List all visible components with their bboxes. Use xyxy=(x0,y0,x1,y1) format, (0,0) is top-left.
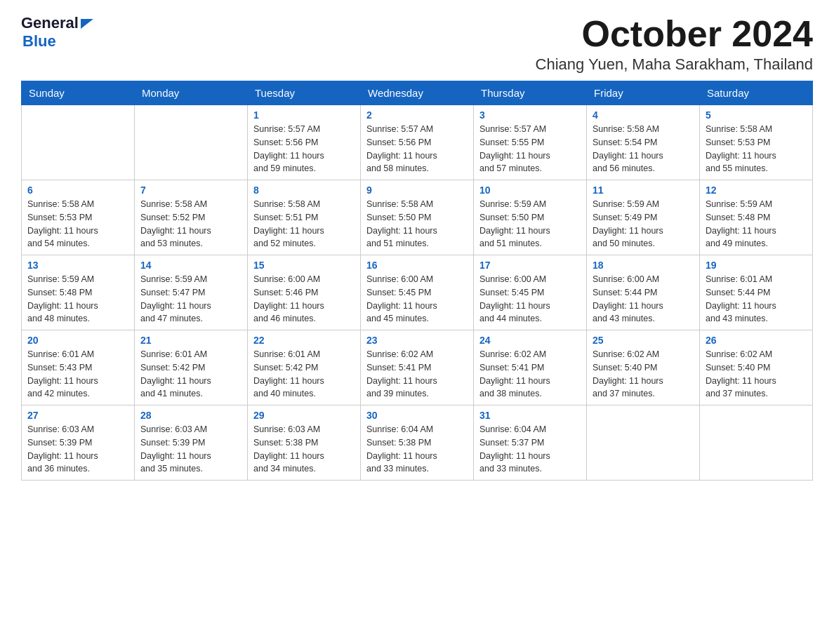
calendar-cell: 25Sunrise: 6:02 AM Sunset: 5:40 PM Dayli… xyxy=(587,330,700,405)
day-info: Sunrise: 5:58 AM Sunset: 5:53 PM Dayligh… xyxy=(706,123,807,175)
day-info: Sunrise: 6:01 AM Sunset: 5:44 PM Dayligh… xyxy=(706,273,807,326)
day-info: Sunrise: 5:57 AM Sunset: 5:56 PM Dayligh… xyxy=(253,123,355,175)
day-number: 20 xyxy=(27,335,128,346)
day-number: 17 xyxy=(479,260,581,271)
day-number: 6 xyxy=(27,185,128,196)
day-number: 9 xyxy=(366,185,468,196)
day-number: 14 xyxy=(140,260,241,271)
day-number: 4 xyxy=(593,109,694,121)
day-number: 10 xyxy=(479,185,581,196)
day-info: Sunrise: 6:00 AM Sunset: 5:44 PM Dayligh… xyxy=(593,273,694,326)
calendar-cell: 31Sunrise: 6:04 AM Sunset: 5:37 PM Dayli… xyxy=(474,405,587,481)
logo-blue-text: Blue xyxy=(22,32,56,51)
weekday-header-tuesday: Tuesday xyxy=(248,81,361,105)
weekday-header-friday: Friday xyxy=(587,81,700,105)
weekday-header-saturday: Saturday xyxy=(700,81,813,105)
day-number: 25 xyxy=(593,335,694,346)
day-number: 19 xyxy=(706,260,807,271)
calendar-cell: 11Sunrise: 5:59 AM Sunset: 5:49 PM Dayli… xyxy=(587,180,700,255)
day-number: 24 xyxy=(479,335,581,346)
weekday-header-thursday: Thursday xyxy=(474,81,587,105)
calendar-cell: 26Sunrise: 6:02 AM Sunset: 5:40 PM Dayli… xyxy=(700,330,813,405)
calendar-cell: 6Sunrise: 5:58 AM Sunset: 5:53 PM Daylig… xyxy=(22,180,135,255)
day-number: 31 xyxy=(479,410,581,421)
day-number: 7 xyxy=(140,185,241,196)
day-number: 18 xyxy=(593,260,694,271)
calendar-cell: 20Sunrise: 6:01 AM Sunset: 5:43 PM Dayli… xyxy=(22,330,135,405)
day-info: Sunrise: 5:59 AM Sunset: 5:49 PM Dayligh… xyxy=(593,198,694,250)
day-number: 15 xyxy=(253,260,355,271)
day-info: Sunrise: 6:02 AM Sunset: 5:41 PM Dayligh… xyxy=(366,348,468,401)
calendar-cell: 10Sunrise: 5:59 AM Sunset: 5:50 PM Dayli… xyxy=(474,180,587,255)
day-info: Sunrise: 5:58 AM Sunset: 5:54 PM Dayligh… xyxy=(593,123,694,175)
day-number: 5 xyxy=(706,109,807,121)
day-info: Sunrise: 5:58 AM Sunset: 5:52 PM Dayligh… xyxy=(140,198,241,250)
calendar-cell: 7Sunrise: 5:58 AM Sunset: 5:52 PM Daylig… xyxy=(135,180,248,255)
calendar-cell: 23Sunrise: 6:02 AM Sunset: 5:41 PM Dayli… xyxy=(361,330,474,405)
day-info: Sunrise: 5:58 AM Sunset: 5:53 PM Dayligh… xyxy=(27,198,128,250)
day-info: Sunrise: 6:01 AM Sunset: 5:42 PM Dayligh… xyxy=(140,348,241,401)
day-info: Sunrise: 5:57 AM Sunset: 5:56 PM Dayligh… xyxy=(366,123,468,175)
day-info: Sunrise: 5:59 AM Sunset: 5:48 PM Dayligh… xyxy=(706,198,807,250)
day-info: Sunrise: 6:00 AM Sunset: 5:46 PM Dayligh… xyxy=(253,273,355,326)
day-info: Sunrise: 6:01 AM Sunset: 5:42 PM Dayligh… xyxy=(253,348,355,401)
calendar-cell: 14Sunrise: 5:59 AM Sunset: 5:47 PM Dayli… xyxy=(135,255,248,330)
calendar-week-row: 27Sunrise: 6:03 AM Sunset: 5:39 PM Dayli… xyxy=(22,405,813,481)
calendar-cell: 4Sunrise: 5:58 AM Sunset: 5:54 PM Daylig… xyxy=(587,105,700,180)
day-info: Sunrise: 6:03 AM Sunset: 5:39 PM Dayligh… xyxy=(27,423,128,476)
calendar-cell: 30Sunrise: 6:04 AM Sunset: 5:38 PM Dayli… xyxy=(361,405,474,481)
location-subtitle: Chiang Yuen, Maha Sarakham, Thailand xyxy=(536,55,813,74)
day-number: 8 xyxy=(253,185,355,196)
calendar-cell: 27Sunrise: 6:03 AM Sunset: 5:39 PM Dayli… xyxy=(22,405,135,481)
day-number: 3 xyxy=(479,109,581,121)
day-info: Sunrise: 5:58 AM Sunset: 5:51 PM Dayligh… xyxy=(253,198,355,250)
calendar-cell xyxy=(587,405,700,481)
day-number: 21 xyxy=(140,335,241,346)
calendar-cell: 12Sunrise: 5:59 AM Sunset: 5:48 PM Dayli… xyxy=(700,180,813,255)
calendar-table: SundayMondayTuesdayWednesdayThursdayFrid… xyxy=(21,81,813,481)
calendar-cell: 5Sunrise: 5:58 AM Sunset: 5:53 PM Daylig… xyxy=(700,105,813,180)
weekday-header-monday: Monday xyxy=(135,81,248,105)
calendar-week-row: 6Sunrise: 5:58 AM Sunset: 5:53 PM Daylig… xyxy=(22,180,813,255)
calendar-cell: 18Sunrise: 6:00 AM Sunset: 5:44 PM Dayli… xyxy=(587,255,700,330)
calendar-cell: 24Sunrise: 6:02 AM Sunset: 5:41 PM Dayli… xyxy=(474,330,587,405)
calendar-cell: 8Sunrise: 5:58 AM Sunset: 5:51 PM Daylig… xyxy=(248,180,361,255)
calendar-cell: 28Sunrise: 6:03 AM Sunset: 5:39 PM Dayli… xyxy=(135,405,248,481)
header: General Blue October 2024 Chiang Yuen, M… xyxy=(21,14,813,74)
calendar-week-row: 20Sunrise: 6:01 AM Sunset: 5:43 PM Dayli… xyxy=(22,330,813,405)
calendar-cell: 21Sunrise: 6:01 AM Sunset: 5:42 PM Dayli… xyxy=(135,330,248,405)
calendar-cell: 2Sunrise: 5:57 AM Sunset: 5:56 PM Daylig… xyxy=(361,105,474,180)
calendar-cell: 16Sunrise: 6:00 AM Sunset: 5:45 PM Dayli… xyxy=(361,255,474,330)
day-number: 29 xyxy=(253,410,355,421)
day-info: Sunrise: 5:59 AM Sunset: 5:47 PM Dayligh… xyxy=(140,273,241,326)
calendar-cell: 29Sunrise: 6:03 AM Sunset: 5:38 PM Dayli… xyxy=(248,405,361,481)
day-info: Sunrise: 6:01 AM Sunset: 5:43 PM Dayligh… xyxy=(27,348,128,401)
day-number: 12 xyxy=(706,185,807,196)
weekday-header-row: SundayMondayTuesdayWednesdayThursdayFrid… xyxy=(22,81,813,105)
day-number: 2 xyxy=(366,109,468,121)
day-number: 23 xyxy=(366,335,468,346)
day-info: Sunrise: 6:02 AM Sunset: 5:40 PM Dayligh… xyxy=(706,348,807,401)
day-number: 26 xyxy=(706,335,807,346)
logo-triangle-icon xyxy=(81,19,93,29)
day-number: 11 xyxy=(593,185,694,196)
day-info: Sunrise: 6:02 AM Sunset: 5:41 PM Dayligh… xyxy=(479,348,581,401)
calendar-cell: 22Sunrise: 6:01 AM Sunset: 5:42 PM Dayli… xyxy=(248,330,361,405)
day-info: Sunrise: 6:03 AM Sunset: 5:38 PM Dayligh… xyxy=(253,423,355,476)
day-info: Sunrise: 6:03 AM Sunset: 5:39 PM Dayligh… xyxy=(140,423,241,476)
calendar-cell: 15Sunrise: 6:00 AM Sunset: 5:46 PM Dayli… xyxy=(248,255,361,330)
calendar-cell: 1Sunrise: 5:57 AM Sunset: 5:56 PM Daylig… xyxy=(248,105,361,180)
calendar-cell xyxy=(22,105,135,180)
day-number: 30 xyxy=(366,410,468,421)
calendar-cell: 19Sunrise: 6:01 AM Sunset: 5:44 PM Dayli… xyxy=(700,255,813,330)
day-info: Sunrise: 5:58 AM Sunset: 5:50 PM Dayligh… xyxy=(366,198,468,250)
day-number: 27 xyxy=(27,410,128,421)
title-area: October 2024 Chiang Yuen, Maha Sarakham,… xyxy=(536,14,813,74)
logo-general-text: General xyxy=(21,14,79,32)
day-info: Sunrise: 5:57 AM Sunset: 5:55 PM Dayligh… xyxy=(479,123,581,175)
day-info: Sunrise: 6:04 AM Sunset: 5:37 PM Dayligh… xyxy=(479,423,581,476)
day-number: 13 xyxy=(27,260,128,271)
day-info: Sunrise: 6:02 AM Sunset: 5:40 PM Dayligh… xyxy=(593,348,694,401)
day-info: Sunrise: 5:59 AM Sunset: 5:50 PM Dayligh… xyxy=(479,198,581,250)
day-number: 28 xyxy=(140,410,241,421)
